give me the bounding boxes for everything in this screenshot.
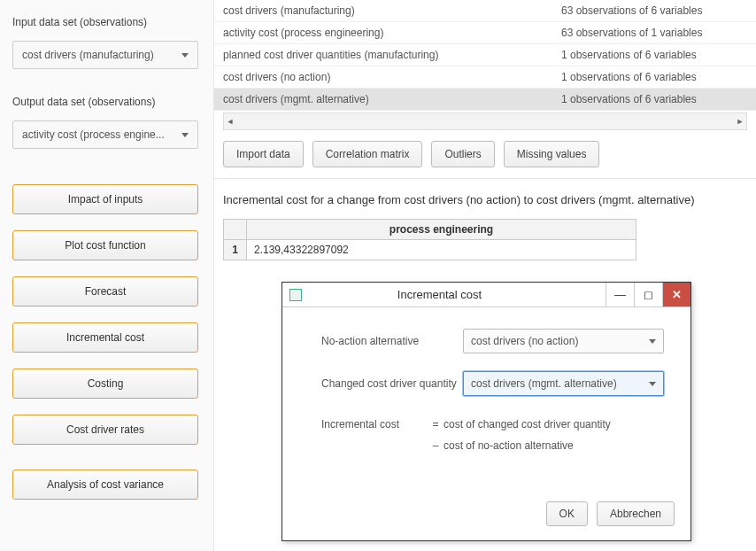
costing-button[interactable]: Costing	[12, 369, 198, 399]
minimize-button[interactable]: —	[606, 283, 634, 307]
result-header: process engineering	[247, 220, 636, 240]
no-action-label: No-action alternative	[321, 335, 463, 347]
chevron-down-icon	[649, 382, 656, 386]
formula-text: Incremental cost = cost of changed cost …	[321, 414, 664, 456]
output-dataset-value: activity cost (process engine...	[22, 128, 176, 141]
analysis-of-cost-variance-button[interactable]: Analysis of cost variance	[12, 470, 198, 500]
input-dataset-value: cost drivers (manufacturing)	[22, 49, 176, 61]
chevron-down-icon	[649, 339, 656, 344]
chevron-down-icon	[181, 133, 189, 137]
result-rownum: 1	[224, 240, 247, 260]
output-dataset-label: Output data set (observations)	[12, 96, 201, 108]
changed-quantity-dropdown[interactable]: cost drivers (mgmt. alternative)	[463, 371, 664, 396]
dialog-titlebar[interactable]: Incremental cost — ◻ ✕	[282, 283, 690, 307]
input-dataset-label: Input data set (observations)	[12, 16, 201, 28]
scroll-track[interactable]	[236, 115, 734, 128]
scroll-right-icon[interactable]: ►	[734, 115, 746, 128]
input-dataset-dropdown[interactable]: cost drivers (manufacturing)	[12, 41, 198, 69]
ok-button[interactable]: OK	[546, 501, 588, 526]
dialog-app-icon	[289, 289, 302, 301]
impact-of-inputs-button[interactable]: Impact of inputs	[12, 184, 198, 214]
toolbar: Import data Correlation matrix Outliers …	[214, 130, 756, 179]
sidebar: Input data set (observations) cost drive…	[0, 0, 214, 551]
cost-driver-rates-button[interactable]: Cost driver rates	[12, 415, 198, 445]
dialog-title-text: Incremental cost	[309, 288, 606, 301]
table-row[interactable]: cost drivers (manufacturing) 63 observat…	[214, 0, 756, 22]
table-row[interactable]: planned cost driver quantities (manufact…	[214, 44, 756, 66]
missing-values-button[interactable]: Missing values	[504, 141, 600, 167]
forecast-button[interactable]: Forecast	[12, 276, 198, 307]
datasets-table: cost drivers (manufacturing) 63 observat…	[214, 0, 756, 111]
table-row[interactable]: cost drivers (mgmt. alternative) 1 obser…	[214, 89, 756, 111]
cancel-button[interactable]: Abbrechen	[597, 501, 675, 526]
result-table: process engineering 1 2.139,43322897092	[223, 219, 636, 260]
horizontal-scrollbar[interactable]: ◄ ►	[223, 113, 747, 130]
import-data-button[interactable]: Import data	[223, 141, 304, 167]
result-cell[interactable]: 2.139,43322897092	[247, 240, 636, 260]
table-row[interactable]: cost drivers (no action) 1 observations …	[214, 66, 756, 89]
table-corner	[224, 220, 247, 240]
chevron-down-icon	[181, 53, 189, 58]
changed-quantity-label: Changed cost driver quantity	[321, 377, 463, 390]
dialog-body: No-action alternative cost drivers (no a…	[282, 307, 690, 470]
output-dataset-dropdown[interactable]: activity cost (process engine...	[12, 120, 198, 149]
correlation-matrix-button[interactable]: Correlation matrix	[312, 141, 423, 167]
outliers-button[interactable]: Outliers	[431, 141, 494, 167]
incremental-cost-button[interactable]: Incremental cost	[12, 322, 198, 353]
no-action-dropdown[interactable]: cost drivers (no action)	[463, 329, 664, 353]
content-title: Incremental cost for a change from cost …	[223, 193, 747, 206]
scroll-left-icon[interactable]: ◄	[224, 115, 236, 128]
maximize-button[interactable]: ◻	[634, 283, 662, 307]
plot-cost-function-button[interactable]: Plot cost function	[12, 230, 198, 260]
incremental-cost-dialog: Incremental cost — ◻ ✕ No-action alterna…	[282, 282, 691, 541]
table-row[interactable]: activity cost (process engineering) 63 o…	[214, 22, 756, 44]
close-button[interactable]: ✕	[662, 283, 690, 307]
